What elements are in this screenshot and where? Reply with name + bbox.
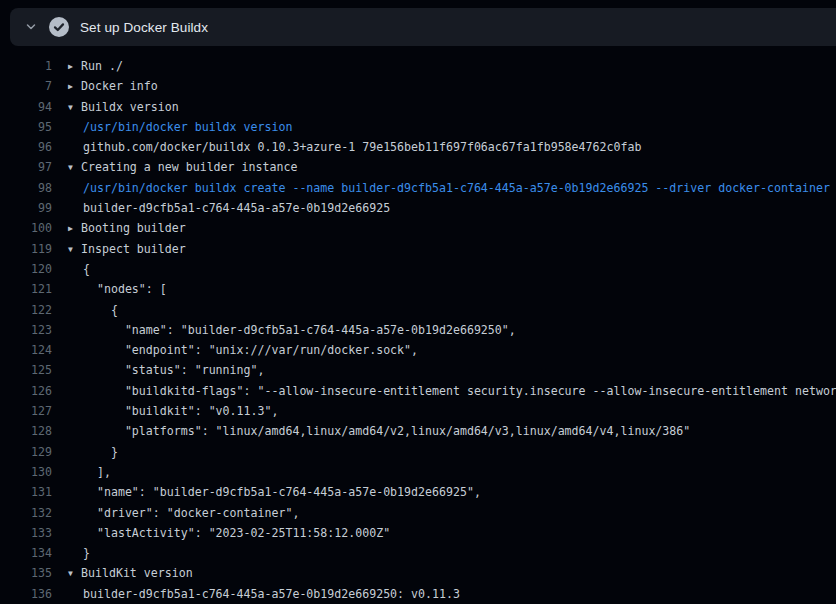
line-number: 127 — [0, 401, 52, 421]
output-text: builder-d9cfb5a1-c764-445a-a57e-0b19d2e6… — [68, 198, 390, 218]
group-title: Inspect builder — [81, 242, 186, 256]
triangle-right-icon[interactable]: ▶ — [68, 219, 81, 238]
step-title: Set up Docker Buildx — [80, 20, 208, 35]
chevron-down-icon[interactable] — [24, 20, 38, 34]
line-number: 128 — [0, 421, 52, 441]
output-text: "name": "builder-d9cfb5a1-c764-445a-a57e… — [68, 320, 516, 340]
line-number: 100 — [0, 218, 52, 238]
group-title: Docker info — [81, 79, 158, 93]
output-text: "buildkitd-flags": "--allow-insecure-ent… — [68, 381, 836, 401]
triangle-right-icon[interactable]: ▶ — [68, 57, 81, 76]
log-line-121: 121 "nodes": [ — [0, 279, 836, 299]
output-text: { — [68, 259, 90, 279]
line-number: 136 — [0, 584, 52, 604]
log-line-125: 125 "status": "running", — [0, 360, 836, 380]
triangle-down-icon[interactable]: ▼ — [68, 98, 81, 117]
log-line-135[interactable]: 135▼BuildKit version — [0, 563, 836, 583]
check-circle-icon — [49, 17, 69, 37]
step-header[interactable]: Set up Docker Buildx — [10, 8, 836, 46]
line-number: 133 — [0, 523, 52, 543]
output-text: "endpoint": "unix:///var/run/docker.sock… — [68, 340, 418, 360]
group-row-content[interactable]: ▼Buildx version — [68, 97, 179, 117]
log-line-126: 126 "buildkitd-flags": "--allow-insecure… — [0, 381, 836, 401]
line-number: 126 — [0, 381, 52, 401]
line-number: 122 — [0, 300, 52, 320]
group-title: Booting builder — [81, 221, 186, 235]
log-line-122: 122 { — [0, 300, 836, 320]
log-line-1[interactable]: 1▶Run ./ — [0, 56, 836, 76]
line-number: 123 — [0, 320, 52, 340]
log-line-131: 131 "name": "builder-d9cfb5a1-c764-445a-… — [0, 482, 836, 502]
group-title: Buildx version — [81, 100, 179, 114]
log-line-7[interactable]: 7▶Docker info — [0, 76, 836, 96]
output-text: "nodes": [ — [68, 279, 167, 299]
log-line-123: 123 "name": "builder-d9cfb5a1-c764-445a-… — [0, 320, 836, 340]
log-line-97[interactable]: 97▼Creating a new builder instance — [0, 157, 836, 177]
group-row-content[interactable]: ▼Inspect builder — [68, 239, 186, 259]
triangle-down-icon[interactable]: ▼ — [68, 158, 81, 177]
group-row-content[interactable]: ▶Docker info — [68, 76, 158, 96]
line-number: 125 — [0, 360, 52, 380]
command-text: /usr/bin/docker buildx version — [68, 117, 292, 137]
line-number: 120 — [0, 259, 52, 279]
log-line-129: 129 } — [0, 442, 836, 462]
output-text: "lastActivity": "2023-02-25T11:58:12.000… — [68, 523, 390, 543]
line-number: 121 — [0, 279, 52, 299]
line-number: 124 — [0, 340, 52, 360]
log-line-133: 133 "lastActivity": "2023-02-25T11:58:12… — [0, 523, 836, 543]
output-text: "buildkit": "v0.11.3", — [68, 401, 278, 421]
output-text: ], — [68, 462, 111, 482]
log-line-136: 136builder-d9cfb5a1-c764-445a-a57e-0b19d… — [0, 584, 836, 604]
output-text: "platforms": "linux/amd64,linux/amd64/v2… — [68, 421, 690, 441]
log-line-132: 132 "driver": "docker-container", — [0, 503, 836, 523]
group-row-content[interactable]: ▶Booting builder — [68, 218, 186, 238]
line-number: 119 — [0, 239, 52, 259]
group-title: BuildKit version — [81, 566, 193, 580]
actions-log-viewer: Set up Docker Buildx 1▶Run ./7▶Docker in… — [0, 0, 836, 604]
log-line-130: 130 ], — [0, 462, 836, 482]
log-line-99: 99builder-d9cfb5a1-c764-445a-a57e-0b19d2… — [0, 198, 836, 218]
output-text: "name": "builder-d9cfb5a1-c764-445a-a57e… — [68, 482, 481, 502]
log-line-100[interactable]: 100▶Booting builder — [0, 218, 836, 238]
line-number: 94 — [0, 97, 52, 117]
line-number: 129 — [0, 442, 52, 462]
group-title: Run ./ — [81, 59, 123, 73]
output-text: "status": "running", — [68, 360, 264, 380]
log-lines: 1▶Run ./7▶Docker info94▼Buildx version95… — [0, 56, 836, 604]
line-number: 95 — [0, 117, 52, 137]
line-number: 134 — [0, 543, 52, 563]
output-text: } — [68, 442, 118, 462]
log-line-94[interactable]: 94▼Buildx version — [0, 97, 836, 117]
line-number: 135 — [0, 563, 52, 583]
line-number: 96 — [0, 137, 52, 157]
line-number: 132 — [0, 503, 52, 523]
triangle-down-icon[interactable]: ▼ — [68, 564, 81, 583]
group-row-content[interactable]: ▼Creating a new builder instance — [68, 157, 297, 177]
line-number: 7 — [0, 76, 52, 96]
output-text: { — [68, 300, 118, 320]
line-number: 99 — [0, 198, 52, 218]
log-line-95: 95/usr/bin/docker buildx version — [0, 117, 836, 137]
output-text: "driver": "docker-container", — [68, 503, 299, 523]
log-line-127: 127 "buildkit": "v0.11.3", — [0, 401, 836, 421]
output-text: github.com/docker/buildx 0.10.3+azure-1 … — [68, 137, 641, 157]
group-title: Creating a new builder instance — [81, 160, 297, 174]
output-text: builder-d9cfb5a1-c764-445a-a57e-0b19d2e6… — [68, 584, 460, 604]
log-line-134: 134} — [0, 543, 836, 563]
log-line-119[interactable]: 119▼Inspect builder — [0, 239, 836, 259]
log-line-128: 128 "platforms": "linux/amd64,linux/amd6… — [0, 421, 836, 441]
line-number: 130 — [0, 462, 52, 482]
log-line-120: 120{ — [0, 259, 836, 279]
log-line-96: 96github.com/docker/buildx 0.10.3+azure-… — [0, 137, 836, 157]
line-number: 131 — [0, 482, 52, 502]
line-number: 97 — [0, 157, 52, 177]
line-number: 1 — [0, 56, 52, 76]
log-line-124: 124 "endpoint": "unix:///var/run/docker.… — [0, 340, 836, 360]
log-line-98: 98/usr/bin/docker buildx create --name b… — [0, 178, 836, 198]
triangle-down-icon[interactable]: ▼ — [68, 240, 81, 259]
group-row-content[interactable]: ▶Run ./ — [68, 56, 123, 76]
command-text: /usr/bin/docker buildx create --name bui… — [68, 178, 830, 198]
output-text: } — [68, 543, 90, 563]
group-row-content[interactable]: ▼BuildKit version — [68, 563, 193, 583]
triangle-right-icon[interactable]: ▶ — [68, 77, 81, 96]
